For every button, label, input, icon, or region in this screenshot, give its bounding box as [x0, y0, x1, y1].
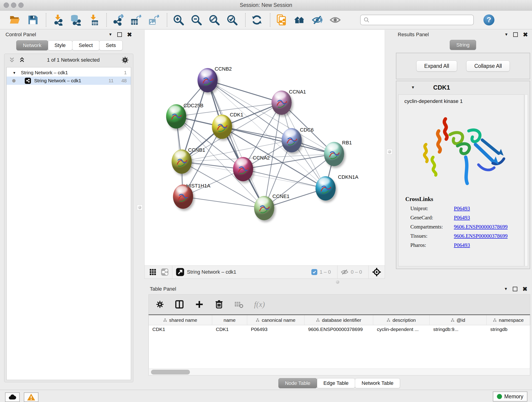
- expand-all-button[interactable]: Expand All: [416, 61, 457, 71]
- tab-network[interactable]: Network: [16, 40, 48, 51]
- network-node-cdc25b[interactable]: [166, 104, 186, 128]
- delete-column-icon[interactable]: [214, 300, 224, 309]
- import-table-file-button[interactable]: [87, 13, 100, 27]
- zoom-out-button[interactable]: [190, 13, 203, 27]
- right-splitter-handle[interactable]: [387, 149, 392, 154]
- search-input[interactable]: [360, 15, 474, 25]
- tab-select[interactable]: Select: [72, 40, 99, 51]
- network-edge[interactable]: [222, 127, 292, 140]
- crosslink-link[interactable]: 9606.ENSP00000378699: [454, 233, 508, 239]
- crosslink-link[interactable]: P06493: [454, 242, 470, 248]
- memory-button[interactable]: Memory: [493, 391, 527, 402]
- crosslink-row: GeneCard:P06493: [410, 215, 524, 221]
- save-floppy-icon: [27, 14, 38, 26]
- bottom-splitter-handle[interactable]: [336, 280, 339, 284]
- scrollbar-thumb[interactable]: [151, 370, 190, 375]
- selected-checkbox[interactable]: [311, 269, 317, 275]
- birdseye-view-icon[interactable]: [176, 268, 185, 277]
- column-header-shared-name[interactable]: shared name: [149, 315, 212, 325]
- results-scrollbar[interactable]: [525, 95, 528, 266]
- network-view-mode-icon[interactable]: [161, 268, 169, 276]
- crosslink-link[interactable]: P06493: [454, 215, 470, 221]
- network-node-cdkn1a[interactable]: [316, 176, 336, 201]
- network-from-clipboard-button[interactable]: [275, 13, 288, 27]
- crosshair-icon[interactable]: [372, 267, 381, 277]
- export-image-icon: [148, 14, 159, 26]
- tree-expander-icon[interactable]: ▼: [13, 71, 18, 75]
- tab-edge-table[interactable]: Edge Table: [317, 378, 355, 388]
- cloud-status-button[interactable]: [5, 392, 20, 402]
- panel-float-icon[interactable]: [513, 287, 517, 291]
- tab-sets[interactable]: Sets: [99, 40, 123, 51]
- column-header-name[interactable]: name: [212, 315, 247, 325]
- table-cell: P06493: [247, 325, 304, 334]
- export-image-button[interactable]: [147, 13, 160, 27]
- panel-float-icon[interactable]: [117, 32, 122, 37]
- table-row[interactable]: CDK1CDK1P064939606.ENSP00000378699cyclin…: [149, 325, 530, 334]
- gear-icon[interactable]: [121, 56, 129, 64]
- left-splitter[interactable]: [135, 30, 144, 279]
- hide-selected-button[interactable]: [311, 13, 324, 27]
- tab-network-table[interactable]: Network Table: [355, 378, 400, 388]
- collapse-all-button[interactable]: Collapse All: [466, 61, 510, 71]
- tab-node-table[interactable]: Node Table: [278, 378, 317, 388]
- column-type-icon: [387, 318, 390, 322]
- show-columns-icon[interactable]: [174, 299, 184, 309]
- save-session-button[interactable]: [26, 13, 39, 27]
- control-panel-tabs: NetworkStyleSelectSets: [17, 40, 135, 51]
- crosslink-link[interactable]: P06493: [454, 206, 470, 211]
- panel-float-icon[interactable]: [513, 32, 518, 37]
- panel-close-icon[interactable]: ✖: [127, 32, 132, 37]
- panel-close-icon[interactable]: ✖: [522, 287, 527, 291]
- network-node-cdk1[interactable]: [212, 115, 232, 139]
- grid-view-icon[interactable]: [149, 268, 157, 276]
- network-edge[interactable]: [183, 197, 264, 208]
- column-header--id[interactable]: @id: [430, 315, 487, 325]
- tab-style[interactable]: Style: [48, 40, 72, 51]
- first-neighbors-button[interactable]: [293, 13, 306, 27]
- network-node-ccna2[interactable]: [233, 157, 253, 181]
- zoom-in-button[interactable]: [172, 13, 185, 27]
- network-row-selected[interactable]: String Network – cdk1 11 48: [7, 77, 131, 85]
- column-header-canonical-name[interactable]: canonical name: [247, 315, 304, 325]
- column-header-description[interactable]: description: [373, 315, 430, 325]
- entry-expander-icon[interactable]: ▼: [411, 85, 415, 90]
- network-edge[interactable]: [208, 80, 282, 103]
- column-header-database-identifier[interactable]: database identifier: [304, 315, 373, 325]
- panel-menu-icon[interactable]: ▼: [108, 32, 112, 37]
- network-canvas[interactable]: CCNB2CCNA1CDC25BCDK1CDC6RB1CCNB1CCNA2CDK…: [144, 30, 385, 265]
- function-builder-disabled: f(x): [254, 300, 265, 309]
- zoom-fit-button[interactable]: [208, 13, 221, 27]
- network-collection-row[interactable]: ▼ String Network – cdk1 1: [7, 69, 131, 77]
- zoom-selected-button[interactable]: [225, 13, 239, 27]
- add-column-icon[interactable]: [195, 300, 204, 309]
- collapse-all-chevron-icon[interactable]: [8, 57, 15, 64]
- network-node-ccne1[interactable]: [254, 196, 274, 220]
- export-network-button[interactable]: [111, 13, 125, 27]
- panel-close-icon[interactable]: ✖: [523, 32, 528, 37]
- open-session-button[interactable]: [8, 13, 22, 27]
- tab-string[interactable]: String: [450, 40, 476, 50]
- show-all-button[interactable]: [329, 13, 342, 27]
- refresh-button[interactable]: [250, 13, 264, 27]
- left-splitter-handle[interactable]: [137, 205, 143, 210]
- expand-all-chevron-icon[interactable]: [19, 57, 25, 64]
- network-node-cdc6[interactable]: [282, 128, 302, 153]
- help-button[interactable]: ?: [483, 14, 494, 26]
- network-node-rb1[interactable]: [324, 142, 344, 166]
- export-table-button[interactable]: [129, 13, 143, 27]
- panel-menu-icon[interactable]: ▼: [504, 287, 508, 291]
- import-network-file-button[interactable]: [51, 13, 64, 27]
- crosslink-link[interactable]: 9606.ENSP00000378699: [454, 224, 508, 230]
- warning-status-button[interactable]: [24, 392, 38, 402]
- network-node-ccna1[interactable]: [272, 90, 292, 115]
- node-label-ccne1: CCNE1: [272, 193, 290, 199]
- panel-menu-icon[interactable]: ▼: [504, 32, 508, 37]
- table-horizontal-scrollbar[interactable]: [148, 369, 530, 375]
- column-type-icon: [451, 318, 454, 322]
- import-network-database-button[interactable]: [69, 13, 82, 27]
- table-settings-gear-icon[interactable]: [156, 300, 164, 309]
- network-edge[interactable]: [243, 169, 326, 188]
- network-edge[interactable]: [208, 80, 264, 208]
- column-header-namespace[interactable]: namespace: [487, 315, 530, 325]
